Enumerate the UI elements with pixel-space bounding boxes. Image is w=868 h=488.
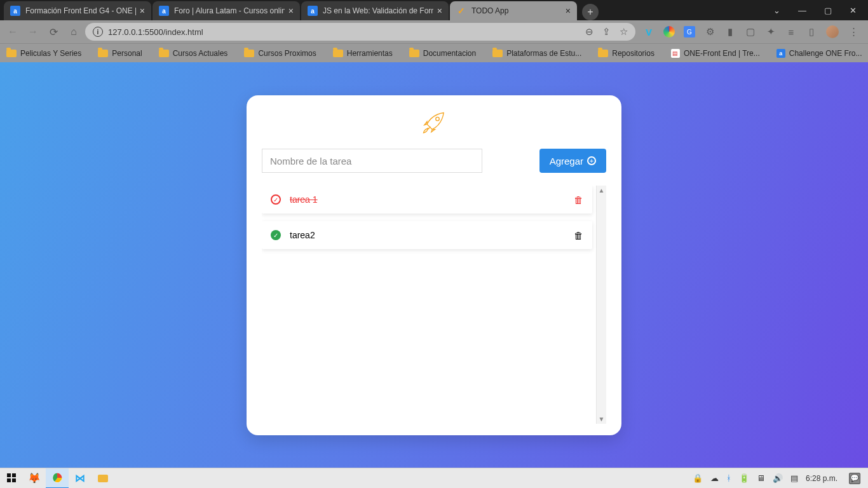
volume-icon[interactable]: 🔊 (773, 473, 783, 483)
svg-rect-4 (12, 478, 16, 482)
ext-color-icon[interactable] (663, 26, 675, 37)
task-name-input[interactable] (262, 149, 482, 173)
bookmark-item[interactable]: Personal (98, 49, 142, 58)
address-bar[interactable]: i 127.0.0.1:5500/index.html ⊖ ⇪ ☆ (85, 23, 635, 41)
folder-icon (492, 50, 503, 57)
maximize-button[interactable]: ▢ (824, 6, 832, 15)
ext-list-icon[interactable]: ≡ (785, 26, 797, 37)
ext-device-icon[interactable]: ▮ (724, 26, 736, 37)
chevron-down-icon[interactable]: ⌄ (773, 6, 780, 15)
task-row: ✓ tarea 1 🗑 (262, 186, 592, 214)
task-row: ✓ tarea2 🗑 (262, 221, 592, 249)
scroll-down-icon[interactable]: ▼ (599, 416, 605, 423)
language-icon[interactable]: ▤ (790, 473, 798, 483)
svg-rect-1 (7, 473, 11, 477)
home-button[interactable]: ⌂ (65, 23, 83, 41)
tab-title: Formación Front End G4 - ONE | (25, 6, 136, 15)
ext-vimeo-icon[interactable]: V (643, 26, 654, 37)
bookmark-label: Cursos Proximos (258, 49, 316, 58)
ext-puzzle-icon[interactable]: ✦ (765, 26, 776, 37)
add-button[interactable]: Agregar + (539, 149, 606, 173)
firefox-icon[interactable]: 🦊 (23, 468, 46, 489)
favicon: a (308, 6, 318, 16)
bookmark-label: Cursos Actuales (173, 49, 228, 58)
menu-icon[interactable]: ⋮ (848, 26, 859, 37)
ext-panel-icon[interactable]: ▯ (806, 26, 817, 37)
bluetooth-icon[interactable]: ᚼ (726, 473, 731, 483)
bookmark-item[interactable]: Cursos Actuales (159, 49, 228, 58)
bookmark-item[interactable]: Documentacion (409, 49, 476, 58)
site-info-icon[interactable]: i (93, 27, 103, 37)
clock[interactable]: 6:28 p.m. (806, 474, 837, 483)
trash-icon[interactable]: 🗑 (574, 230, 583, 241)
todo-card: Agregar + ✓ tarea 1 🗑 ✓ tarea2 🗑 ▲ ▼ (247, 95, 621, 435)
minimize-button[interactable]: — (798, 6, 806, 15)
usb-icon[interactable]: 🔒 (693, 473, 703, 483)
bookmark-item[interactable]: aChallenge ONE Fro... (776, 49, 862, 58)
check-icon[interactable]: ✓ (271, 194, 281, 205)
close-icon[interactable]: × (288, 6, 294, 16)
close-window-button[interactable]: ✕ (850, 6, 857, 15)
bookmark-item[interactable]: Herramientas (333, 49, 393, 58)
tab-1[interactable]: a Foro | Alura Latam - Cursos onlin × (153, 1, 300, 20)
bookmark-item[interactable]: ▤ONE-Front End | Tre... (671, 49, 760, 58)
bookmark-label: Personal (112, 49, 142, 58)
star-icon[interactable]: ☆ (620, 26, 628, 37)
tab-strip: a Formación Front End G4 - ONE | × a For… (0, 0, 599, 20)
back-button[interactable]: ← (4, 23, 22, 41)
svg-rect-3 (7, 478, 11, 482)
new-tab-button[interactable]: + (582, 4, 599, 20)
tab-0[interactable]: a Formación Front End G4 - ONE | × (4, 1, 151, 20)
windows-taskbar: 🦊 ⋈ 🔒 ☁ ᚼ 🔋 🖥 🔊 ▤ 6:28 p.m. 💬 (0, 468, 868, 488)
folder-icon (159, 50, 169, 57)
check-icon[interactable]: ✓ (271, 230, 281, 240)
folder-icon (98, 50, 108, 57)
bookmark-label: Plataformas de Estu... (506, 49, 581, 58)
close-icon[interactable]: × (437, 6, 442, 16)
ext-window-icon[interactable]: ▢ (745, 26, 756, 37)
cloud-icon[interactable]: ☁ (710, 473, 719, 483)
bookmark-label: Herramientas (347, 49, 393, 58)
reload-button[interactable]: ⟳ (44, 23, 62, 41)
display-icon[interactable]: 🖥 (757, 473, 765, 483)
explorer-icon[interactable] (92, 468, 114, 489)
zoom-icon[interactable]: ⊖ (585, 26, 593, 37)
url-text: 127.0.0.1:5500/index.html (108, 27, 580, 37)
scrollbar[interactable]: ▲ ▼ (596, 186, 606, 424)
scroll-up-icon[interactable]: ▲ (599, 187, 605, 194)
task-name: tarea2 (290, 230, 574, 240)
folder-icon (598, 50, 608, 57)
add-task-form: Agregar + (262, 149, 606, 173)
chrome-icon[interactable] (46, 468, 69, 489)
close-icon[interactable]: × (140, 6, 145, 16)
battery-icon[interactable]: 🔋 (739, 473, 749, 483)
tab-2[interactable]: a JS en la Web: Validación de Form × (301, 1, 449, 20)
tab-3[interactable]: ✓ TODO App × (450, 1, 577, 20)
bookmarks-bar: Peliculas Y Series Personal Cursos Actua… (0, 43, 868, 62)
trash-icon[interactable]: 🗑 (574, 194, 583, 205)
start-button[interactable] (0, 468, 23, 489)
share-icon[interactable]: ⇪ (602, 26, 611, 37)
close-icon[interactable]: × (566, 6, 571, 16)
bookmark-item[interactable]: Cursos Proximos (244, 49, 316, 58)
bookmark-item[interactable]: Plataformas de Estu... (492, 49, 581, 58)
profile-avatar[interactable] (826, 25, 839, 38)
svg-point-0 (436, 117, 440, 121)
favicon: a (159, 6, 169, 16)
bookmark-label: Peliculas Y Series (20, 49, 81, 58)
ext-translate-icon[interactable]: G (684, 26, 695, 37)
vscode-icon[interactable]: ⋈ (69, 468, 92, 489)
tab-title: Foro | Alura Latam - Cursos onlin (174, 6, 285, 15)
folder-icon (333, 50, 343, 57)
extension-icons: V G ⚙ ▮ ▢ ✦ ≡ ▯ ⋮ (638, 25, 864, 38)
notifications-icon[interactable]: 💬 (849, 473, 860, 484)
rocket-icon (262, 109, 606, 140)
taskbar-apps: 🦊 ⋈ (0, 468, 114, 489)
forward-button[interactable]: → (24, 23, 42, 41)
ext-gear-icon[interactable]: ⚙ (704, 26, 715, 37)
bookmark-item[interactable]: Peliculas Y Series (6, 49, 81, 58)
document-icon: ▤ (671, 49, 680, 58)
folder-icon (6, 50, 17, 57)
bookmark-item[interactable]: Repositorios (598, 49, 654, 58)
task-list: ✓ tarea 1 🗑 ✓ tarea2 🗑 (262, 186, 596, 424)
